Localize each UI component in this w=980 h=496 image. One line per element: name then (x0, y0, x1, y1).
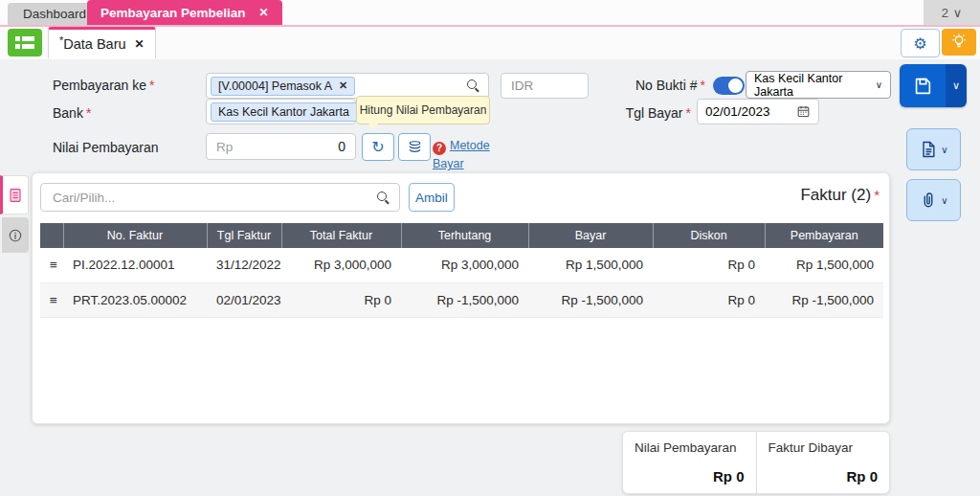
faktur-panel: Ambil Faktur (2)* No. Faktur Tgl Faktur … (32, 172, 890, 424)
document-icon (919, 140, 938, 159)
required-marker: * (701, 78, 705, 93)
settings-button[interactable]: ⚙ (901, 29, 940, 57)
cell-pembayaran: Rp -1,500,000 (765, 282, 883, 317)
drag-handle-icon[interactable]: ≡ (40, 282, 63, 317)
save-split-button: ∨ (900, 64, 967, 107)
paperclip-icon (919, 191, 938, 210)
app-window: Dashboard Pembayaran Pembelian ✕ 2 ∨ *Da… (0, 0, 980, 496)
vendor-chip[interactable]: [V.00004] Pemasok A ✕ (211, 77, 355, 96)
allocate-button[interactable] (398, 133, 431, 161)
search-icon (377, 192, 390, 204)
no-bukti-select[interactable]: Kas Kecil Kantor Jakarta ∨ (746, 71, 891, 99)
chevron-down-icon: ∨ (952, 79, 960, 92)
chevron-down-icon: ∨ (953, 6, 963, 20)
recalculate-button[interactable]: ↻ (362, 133, 394, 161)
table-row[interactable]: ≡ PI.2022.12.00001 31/12/2022 Rp 3,000,0… (40, 248, 883, 282)
tab-count: 2 (942, 6, 948, 20)
faktur-title: Faktur (2)* (800, 186, 880, 205)
subtab-label: Data Baru (63, 36, 125, 52)
cell-bayar: Rp 1,500,000 (528, 248, 653, 282)
layers-icon (407, 139, 423, 155)
metode-bayar-help[interactable]: ?Metode Bayar (433, 137, 501, 174)
currency-prefix: Rp (216, 140, 233, 154)
close-icon[interactable]: ✕ (135, 37, 145, 51)
col-pembayaran: Pembayaran (765, 223, 883, 248)
save-icon (912, 76, 933, 97)
side-tab-detail[interactable] (0, 175, 29, 214)
nilai-pembayaran-field[interactable]: Rp 0 (206, 133, 356, 160)
cell-no-faktur: PRT.2023.05.00002 (63, 282, 207, 317)
pembayaran-ke-field[interactable]: [V.00004] Pemasok A ✕ (206, 73, 489, 99)
search-input[interactable] (51, 190, 369, 206)
bank-chip[interactable]: Kas Kecil Kantor Jakarta ✕ (211, 102, 372, 122)
required-marker: * (86, 105, 91, 121)
required-marker: * (149, 78, 154, 93)
amount-value: 0 (338, 139, 345, 154)
chevron-down-icon: ∨ (941, 145, 947, 155)
col-diskon: Diskon (653, 223, 765, 248)
document-actions-button[interactable]: ∨ (906, 128, 961, 170)
cell-diskon: Rp 0 (653, 248, 765, 282)
tgl-bayar-field[interactable]: 02/01/2023 (697, 99, 819, 124)
chevron-down-icon: ∨ (941, 195, 947, 206)
tab-pembayaran-pembelian[interactable]: Pembayaran Pembelian ✕ (87, 0, 282, 25)
selected-option: Kas Kecil Kantor Jakarta (754, 72, 876, 99)
table-header-row: No. Faktur Tgl Faktur Total Faktur Terhu… (40, 223, 883, 248)
summary-nilai-pembayaran: Nilai Pembayaran Rp 0 (623, 432, 756, 493)
col-no-faktur: No. Faktur (63, 223, 207, 248)
close-icon[interactable]: ✕ (259, 6, 269, 19)
info-icon (8, 228, 23, 243)
attachments-button[interactable]: ∨ (906, 179, 961, 221)
list-icon (15, 36, 34, 49)
col-handle (40, 223, 63, 248)
table-row[interactable]: ≡ PRT.2023.05.00002 02/01/2023 Rp 0 Rp -… (40, 282, 883, 317)
close-icon[interactable]: ✕ (339, 79, 347, 92)
cell-tgl-faktur: 02/01/2023 (207, 282, 281, 317)
drag-handle-icon[interactable]: ≡ (40, 248, 63, 282)
tab-data-baru[interactable]: *Data Baru ✕ (48, 27, 156, 58)
summary-faktur-dibayar: Faktur Dibayar Rp 0 (756, 432, 890, 493)
vendor-chip-label: [V.00004] Pemasok A (218, 79, 332, 93)
ambil-button[interactable]: Ambil (409, 183, 455, 212)
bank-label: Bank* (53, 105, 91, 121)
record-list-button[interactable] (8, 29, 42, 56)
nilai-pembayaran-label: Nilai Pembayaran (53, 140, 159, 155)
col-tgl-faktur: Tgl Faktur (207, 223, 281, 248)
tgl-bayar-label: Tgl Bayar* (595, 105, 691, 121)
main-tab-bar: Dashboard Pembayaran Pembelian ✕ 2 ∨ (0, 0, 980, 27)
cell-bayar: Rp -1,500,000 (528, 282, 653, 317)
cell-total-faktur: Rp 0 (281, 282, 401, 317)
hitung-nilai-tooltip: Hitung Nilai Pembayaran (356, 96, 490, 124)
faktur-search[interactable] (40, 183, 400, 212)
document-icon (8, 188, 23, 203)
bank-chip-label: Kas Kecil Kantor Jakarta (218, 105, 349, 119)
cell-tgl-faktur: 31/12/2022 (207, 248, 281, 282)
col-bayar: Bayar (528, 223, 653, 248)
cell-no-faktur: PI.2022.12.00001 (63, 248, 207, 282)
hint-button[interactable] (942, 29, 976, 56)
bank-field[interactable]: Kas Kecil Kantor Jakarta ✕ (206, 99, 356, 124)
save-button[interactable] (900, 64, 946, 107)
no-bukti-toggle[interactable] (713, 77, 745, 95)
required-marker: * (686, 105, 691, 121)
help-icon: ? (433, 142, 446, 155)
faktur-table: No. Faktur Tgl Faktur Total Faktur Terhu… (40, 223, 883, 318)
date-value: 02/01/2023 (705, 104, 770, 119)
save-options-button[interactable]: ∨ (946, 64, 967, 107)
open-tabs-counter[interactable]: 2 ∨ (924, 0, 980, 25)
side-tab-info[interactable] (2, 217, 29, 253)
search-icon (467, 79, 479, 92)
refresh-icon: ↻ (371, 138, 384, 156)
payment-summary: Nilai Pembayaran Rp 0 Faktur Dibayar Rp … (622, 431, 890, 494)
pembayaran-ke-label: Pembayaran ke* (53, 78, 155, 93)
summary-value: Rp 0 (768, 468, 879, 485)
cell-total-faktur: Rp 3,000,000 (281, 248, 401, 282)
calendar-icon[interactable] (796, 104, 811, 119)
col-total-faktur: Total Faktur (281, 223, 401, 248)
unsaved-marker: * (59, 34, 63, 46)
currency-field: IDR (501, 73, 589, 99)
cell-terhutang: Rp 3,000,000 (401, 248, 528, 282)
gear-icon: ⚙ (913, 34, 926, 53)
chevron-down-icon: ∨ (876, 79, 882, 90)
cell-pembayaran: Rp 1,500,000 (765, 248, 883, 282)
